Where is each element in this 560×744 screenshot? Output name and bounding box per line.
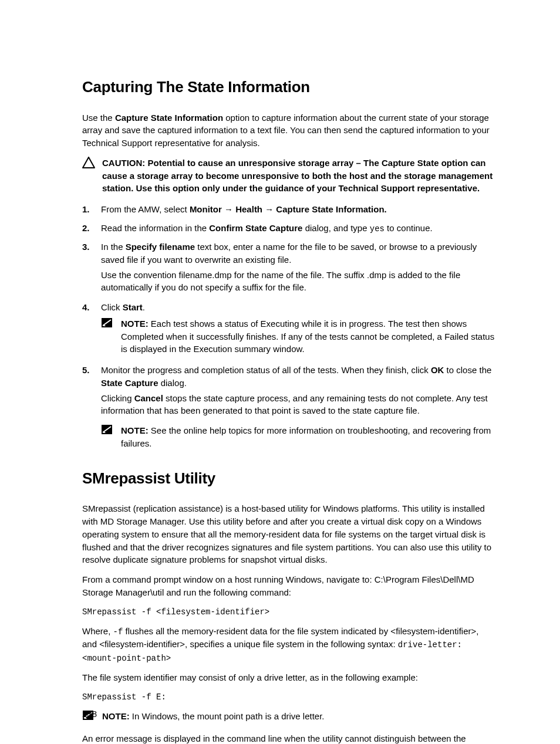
step-5: Monitor the progress and completion stat… [82, 364, 495, 450]
step5-substep: Clicking Cancel stops the state capture … [101, 392, 495, 418]
step5-note-label: NOTE: [121, 425, 151, 435]
smrep-p4: The file system identifier may consist o… [82, 671, 495, 684]
step5-text-e: dialog. [158, 378, 187, 388]
step-2: Read the information in the Confirm Stat… [82, 222, 495, 235]
step2-text-a: Read the information in the [101, 223, 209, 233]
step-4: Click Start. NOTE: Each test shows a sta… [82, 301, 495, 356]
svg-marker-0 [83, 157, 95, 168]
command-1: SMrepassist -f <filesystem-identifier> [82, 606, 495, 618]
intro-text-1: Use the [82, 113, 115, 123]
heading-capturing-state-information: Capturing The State Information [82, 76, 495, 99]
smrep-p2-b: and run the following command: [164, 587, 291, 597]
smrep-p2: From a command prompt window on a host r… [82, 573, 495, 599]
step5-sub-a: Clicking [101, 393, 134, 403]
step3-text-a: In the [101, 242, 126, 252]
step5-text-c: to close the [444, 365, 491, 375]
step1-text-b: Monitor → Health → Capture State Informa… [190, 204, 387, 214]
caution-icon [82, 157, 102, 172]
smrep-p3-a: Where, [82, 626, 113, 636]
step5-note-text: NOTE: See the online help topics for mor… [121, 424, 495, 450]
note-icon [101, 424, 121, 438]
smrep-p1: SMrepassist (replication assistance) is … [82, 502, 495, 566]
step5-text-d: State Capture [101, 378, 158, 388]
intro-paragraph: Use the Capture State Information option… [82, 111, 495, 150]
step5-note-callout: NOTE: See the online help topics for mor… [101, 424, 495, 450]
step4-text-c: . [143, 302, 145, 312]
command-2: SMrepassist -f E: [82, 691, 495, 703]
step4-text-b: Start [123, 302, 143, 312]
step3-substep: Use the convention filename.dmp for the … [101, 269, 495, 295]
intro-bold: Capture State Information [115, 113, 223, 123]
step2-text-d: to continue. [384, 223, 433, 233]
step4-note-label: NOTE: [121, 319, 151, 329]
heading-smrepassist-utility: SMrepassist Utility [82, 468, 495, 490]
step2-text-b: Confirm State Capture [209, 223, 302, 233]
step1-text-a: From the AMW, select [101, 204, 190, 214]
step-3: In the Specify filename text box, enter … [82, 241, 495, 294]
caution-callout: CAUTION: Potential to cause an unrespons… [82, 157, 495, 195]
smrep-p5: An error message is displayed in the com… [82, 732, 495, 744]
page-number: 238 [82, 708, 97, 721]
step5-text-a: Monitor the progress and completion stat… [101, 365, 431, 375]
step4-text-a: Click [101, 302, 123, 312]
step2-text-c: dialog, and type [302, 223, 369, 233]
smrep-p3: Where, -f flushes all the memory-residen… [82, 625, 495, 664]
step4-note-text: NOTE: Each test shows a status of Execut… [121, 317, 495, 356]
step5-text-b: OK [431, 365, 444, 375]
step4-note-callout: NOTE: Each test shows a status of Execut… [101, 317, 495, 356]
step5-note-body: See the online help topics for more info… [121, 425, 491, 448]
step5-sub-b: Cancel [134, 393, 163, 403]
smrep-note-text: NOTE: In Windows, the mount point path i… [102, 710, 495, 723]
step3-text-b: Specify filename [126, 242, 195, 252]
smrep-note-callout: NOTE: In Windows, the mount point path i… [82, 710, 495, 724]
smrep-p3-code1: -f [113, 627, 123, 637]
step4-note-body: Each test shows a status of Executing wh… [121, 319, 494, 354]
smrep-note-body: In Windows, the mount point path is a dr… [132, 711, 325, 721]
step2-code: yes [370, 224, 384, 234]
smrep-note-label: NOTE: [102, 711, 132, 721]
smrep-p2-a: From a command prompt window on a host r… [82, 574, 375, 584]
step-1: From the AMW, select Monitor → Health → … [82, 203, 495, 216]
steps-list: From the AMW, select Monitor → Health → … [82, 203, 495, 450]
caution-text: CAUTION: Potential to cause an unrespons… [102, 157, 495, 195]
note-icon [101, 317, 121, 332]
